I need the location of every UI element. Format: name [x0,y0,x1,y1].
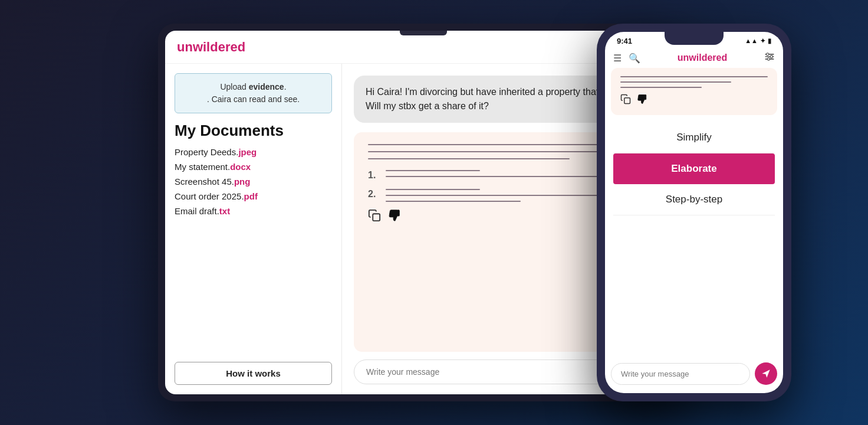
doc-name: My statement. [175,162,230,172]
phone-screen: 9:41 ▲▲ ✦ ▮ ☰ 🔍 unwildered [605,32,783,393]
step-by-step-button[interactable]: Step-by-step [613,184,775,215]
phone-header: ☰ 🔍 unwildered [605,48,783,68]
thumbsdown-icon[interactable] [388,209,401,225]
number-label: 2. [368,189,380,200]
phone-notch [665,32,724,45]
item-line [386,201,521,202]
svg-rect-14 [624,98,630,104]
doc-ext: pdf [244,191,258,201]
list-item[interactable]: Court order 2025.pdf [175,191,332,201]
doc-name: Property Deeds. [175,147,238,157]
phone-message-input[interactable] [611,363,750,385]
item-line [386,189,480,190]
svg-rect-15 [645,95,646,100]
phone-ai-response-box [611,68,777,115]
sidebar: Upload evidence. . Caira can read and se… [165,64,342,394]
list-item[interactable]: My statement.docx [175,162,332,172]
simplify-button[interactable]: Simplify [613,122,775,153]
copy-icon[interactable] [368,209,381,225]
document-list: Property Deeds.jpeg My statement.docx Sc… [175,147,332,221]
how-it-works-button[interactable]: How it works [175,362,332,385]
phone-line [620,87,702,88]
list-item[interactable]: Email draft.txt [175,206,332,216]
upload-text-suffix: . [284,82,287,91]
response-line [368,158,570,159]
phone-thumbsdown-icon[interactable] [637,94,647,107]
svg-rect-6 [373,214,380,221]
number-label: 1. [368,170,380,181]
message-input[interactable] [354,359,638,384]
doc-ext: jpeg [238,147,257,157]
phone-action-icons [620,94,768,107]
phone-content: Simplify Elaborate Step-by-step [605,68,783,357]
doc-name: Court order 2025. [175,191,244,201]
doc-name: Screenshot 45. [175,176,234,187]
phone-send-button[interactable] [755,362,777,385]
phone-line [620,76,768,77]
phone-response-lines [620,76,768,88]
svg-point-11 [767,53,769,55]
scene: unwildered [0,0,868,425]
action-buttons: Simplify Elaborate Step-by-step [611,122,777,215]
tablet-notch [400,31,447,35]
phone-nav-icons: ☰ 🔍 [613,53,640,64]
svg-point-12 [770,55,772,58]
phone-copy-icon[interactable] [620,94,631,107]
doc-ext: docx [230,162,251,172]
documents-title: My Documents [175,122,332,140]
signal-icon: ▲▲ [745,37,758,45]
status-time: 9:41 [617,37,632,45]
phone-line [620,81,731,83]
upload-text-line2: . Caira can read and see. [207,94,300,104]
list-item[interactable]: Screenshot 45.png [175,176,332,187]
svg-point-13 [767,58,770,60]
doc-ext: png [234,176,251,187]
phone-device: 9:41 ▲▲ ✦ ▮ ☰ 🔍 unwildered [597,24,791,401]
upload-box[interactable]: Upload evidence. . Caira can read and se… [175,73,332,113]
phone-input-bar [605,357,783,393]
wifi-icon: ✦ [760,37,765,45]
phone-logo: unwildered [678,53,727,63]
upload-text-prefix: Upload [220,82,248,91]
battery-icon: ▮ [768,37,771,45]
tablet-logo: unwildered [177,40,245,55]
search-icon[interactable]: 🔍 [629,53,640,64]
phone-adjust-icon[interactable] [764,51,775,64]
status-icons: ▲▲ ✦ ▮ [745,37,771,45]
item-line [386,170,480,171]
list-item[interactable]: Property Deeds.jpeg [175,147,332,157]
svg-rect-7 [397,210,400,216]
upload-text-bold: evidence [249,82,284,91]
doc-name: Email draft. [175,206,219,216]
hamburger-icon[interactable]: ☰ [613,53,622,64]
elaborate-button[interactable]: Elaborate [613,153,775,184]
doc-ext: txt [219,206,230,216]
